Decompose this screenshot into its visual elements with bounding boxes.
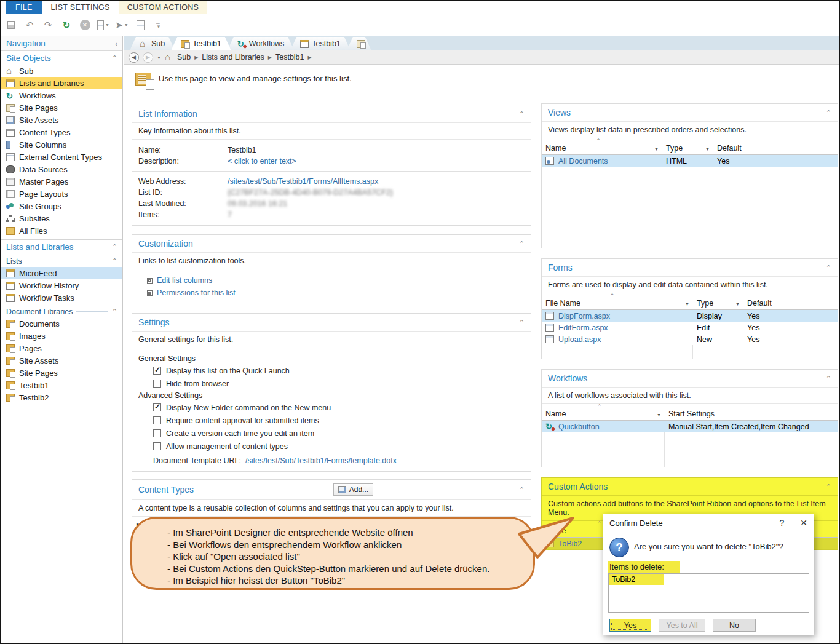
row-name-link[interactable]: Quickbutton bbox=[558, 423, 600, 431]
collapse-section-icon[interactable]: ⌃ bbox=[519, 486, 525, 494]
sidebar-item-content-types[interactable]: Content Types bbox=[1, 126, 122, 138]
checkbox-versioning[interactable]: Create a version each time you edit an i… bbox=[138, 427, 525, 440]
sidebar-item-site-columns[interactable]: Site Columns bbox=[1, 138, 122, 151]
permissions-link[interactable]: Permissions for this list bbox=[138, 287, 525, 299]
ribbon-tab-file[interactable]: FILE bbox=[6, 1, 42, 14]
help-icon[interactable]: ? bbox=[779, 518, 784, 528]
group-header-lists[interactable]: Lists⌃ bbox=[1, 255, 122, 267]
link-label[interactable]: Permissions for this list bbox=[157, 288, 236, 297]
table-row-all-documents[interactable]: All Documents HTML Yes bbox=[542, 155, 838, 167]
sidebar-item-workflows[interactable]: Workflows bbox=[1, 89, 122, 101]
collapse-section-icon[interactable]: ⌃ bbox=[826, 264, 831, 272]
doc-tab-sub[interactable]: Sub bbox=[130, 37, 175, 50]
list-item-documents[interactable]: Documents bbox=[1, 317, 122, 330]
save-icon[interactable] bbox=[5, 19, 17, 31]
refresh-icon[interactable]: ↻ bbox=[60, 19, 73, 31]
customize-toolbar-icon[interactable]: ─▼ bbox=[153, 19, 165, 31]
sidebar-item-site-pages[interactable]: Site Pages bbox=[1, 101, 122, 114]
list-item-testbib1[interactable]: Testbib1 bbox=[1, 379, 122, 391]
list-item-workflow-tasks[interactable]: Workflow Tasks bbox=[1, 292, 122, 304]
collapse-section-icon[interactable]: ⌃ bbox=[826, 483, 831, 491]
column-header-type[interactable]: Type▼ bbox=[693, 293, 743, 309]
sidebar-item-site-assets[interactable]: Site Assets bbox=[1, 114, 122, 126]
checkbox-icon[interactable] bbox=[153, 403, 161, 411]
row-name-link[interactable]: EditForm.aspx bbox=[558, 324, 608, 332]
list-item-pages[interactable]: Pages bbox=[1, 342, 122, 354]
row-name-link[interactable]: Upload.aspx bbox=[558, 335, 601, 344]
sidebar-item-master-pages[interactable]: Master Pages bbox=[1, 175, 122, 188]
description-edit-link[interactable]: < click to enter text> bbox=[228, 157, 296, 165]
list-item-images[interactable]: Images bbox=[1, 330, 122, 342]
row-name-link[interactable]: All Documents bbox=[558, 157, 608, 165]
sidebar-item-data-sources[interactable]: Data Sources bbox=[1, 163, 122, 175]
yes-to-all-button[interactable]: Yes to All bbox=[659, 619, 705, 632]
checkbox-icon[interactable] bbox=[153, 442, 161, 450]
edit-list-columns-link[interactable]: Edit list columns bbox=[138, 274, 525, 287]
sidebar-item-external-content-types[interactable]: External Content Types bbox=[1, 151, 122, 163]
sidebar-item-page-layouts[interactable]: Page Layouts bbox=[1, 188, 122, 200]
breadcrumb-item-sub[interactable]: Sub bbox=[177, 53, 191, 62]
doc-tab-testbib1-settings[interactable]: Testbib1 bbox=[171, 37, 231, 50]
chevron-up-icon[interactable]: ⌃ bbox=[112, 257, 117, 265]
new-tab-button[interactable] bbox=[347, 37, 371, 50]
collapse-section-icon[interactable]: ⌃ bbox=[826, 375, 831, 383]
column-header-start-settings[interactable]: Start Settings bbox=[665, 404, 838, 420]
table-row-editform[interactable]: EditForm.aspx Edit Yes bbox=[542, 322, 838, 333]
dialog-title-bar[interactable]: Confirm Delete ? ✕ bbox=[603, 514, 814, 531]
listbox-item-tobib2[interactable]: ToBib2 bbox=[609, 574, 664, 585]
add-content-type-button[interactable]: Add... bbox=[333, 483, 373, 496]
column-header-default[interactable]: Default bbox=[713, 138, 838, 154]
column-filter-icon[interactable]: ▼ bbox=[705, 147, 710, 151]
ribbon-tab-custom-actions[interactable]: CUSTOM ACTIONS bbox=[119, 1, 207, 14]
forward-icon[interactable]: ▶ bbox=[143, 52, 153, 63]
column-header-default[interactable]: Default bbox=[743, 293, 838, 309]
link-label[interactable]: Edit list columns bbox=[157, 276, 212, 285]
chevron-up-icon[interactable]: ⌃ bbox=[112, 308, 117, 316]
column-filter-icon[interactable]: ▼ bbox=[685, 302, 689, 306]
group-header-document-libraries[interactable]: Document Libraries⌃ bbox=[1, 306, 122, 317]
close-icon[interactable]: ✕ bbox=[800, 518, 807, 528]
history-dropdown-icon[interactable]: ▼ bbox=[157, 55, 161, 60]
lists-libraries-panel-header[interactable]: Lists and Libraries ⌃ bbox=[1, 240, 122, 253]
preview-icon[interactable]: ▼ bbox=[97, 19, 109, 31]
column-filter-icon[interactable]: ▼ bbox=[654, 147, 659, 151]
checkbox-manage-content-types[interactable]: Allow management of content types bbox=[138, 440, 525, 453]
column-header-file-name[interactable]: ⌃File Name▼ bbox=[542, 293, 693, 309]
ribbon-tab-list-settings[interactable]: LIST SETTINGS bbox=[42, 1, 119, 14]
stop-icon[interactable]: ✕ bbox=[79, 19, 91, 31]
collapse-pane-icon[interactable]: ‹ bbox=[115, 40, 117, 47]
sidebar-item-sub[interactable]: Sub bbox=[1, 65, 122, 77]
undo-icon[interactable]: ↶ bbox=[23, 19, 36, 31]
row-name-link[interactable]: DispForm.aspx bbox=[558, 312, 610, 320]
checkbox-new-folder[interactable]: Display New Folder command on the New me… bbox=[138, 401, 525, 414]
column-header-name[interactable]: ⌃Name▼ bbox=[542, 138, 662, 154]
select-pointer-icon[interactable]: ➤▼ bbox=[116, 19, 128, 31]
collapse-section-icon[interactable]: ⌃ bbox=[826, 109, 831, 117]
site-objects-header[interactable]: Site Objects ⌃ bbox=[1, 51, 122, 65]
breadcrumb-item-lists-and-libraries[interactable]: Lists and Libraries bbox=[202, 53, 264, 62]
list-item-testbib2[interactable]: Testbib2 bbox=[1, 391, 122, 403]
chevron-up-icon[interactable]: ⌃ bbox=[112, 243, 117, 251]
checkbox-content-approval[interactable]: Require content approval for submitted i… bbox=[138, 414, 525, 427]
chevron-up-icon[interactable]: ⌃ bbox=[112, 54, 117, 62]
sidebar-item-lists-and-libraries[interactable]: Lists and Libraries bbox=[1, 77, 122, 89]
sidebar-item-all-files[interactable]: All Files bbox=[1, 225, 122, 237]
checkbox-hide-from-browser[interactable]: Hide from browser bbox=[138, 377, 525, 390]
collapse-section-icon[interactable]: ⌃ bbox=[519, 240, 525, 248]
list-item-microfeed[interactable]: MicroFeed bbox=[1, 267, 122, 279]
checkbox-icon[interactable] bbox=[153, 380, 161, 388]
breadcrumb-item-testbib1[interactable]: Testbib1 bbox=[275, 53, 304, 62]
doc-tab-testbib1-list[interactable]: Testbib1 bbox=[290, 37, 351, 50]
table-row-dispform[interactable]: DispForm.aspx Display Yes bbox=[542, 310, 838, 322]
column-filter-icon[interactable]: ▼ bbox=[735, 302, 740, 306]
back-icon[interactable]: ◀ bbox=[129, 52, 139, 63]
checkbox-icon[interactable] bbox=[153, 416, 161, 424]
checkbox-quick-launch[interactable]: Display this list on the Quick Launch bbox=[138, 364, 525, 377]
checkbox-icon[interactable] bbox=[153, 429, 161, 437]
web-address-link[interactable]: /sites/test/Sub/Testbib1/Forms/AllItems.… bbox=[228, 177, 378, 186]
list-item-workflow-history[interactable]: Workflow History bbox=[1, 279, 122, 292]
collapse-section-icon[interactable]: ⌃ bbox=[519, 110, 525, 118]
properties-page-icon[interactable] bbox=[134, 19, 146, 31]
template-url-link[interactable]: /sites/test/Sub/Testbib1/Forms/template.… bbox=[245, 456, 397, 465]
no-button[interactable]: No bbox=[713, 619, 756, 632]
